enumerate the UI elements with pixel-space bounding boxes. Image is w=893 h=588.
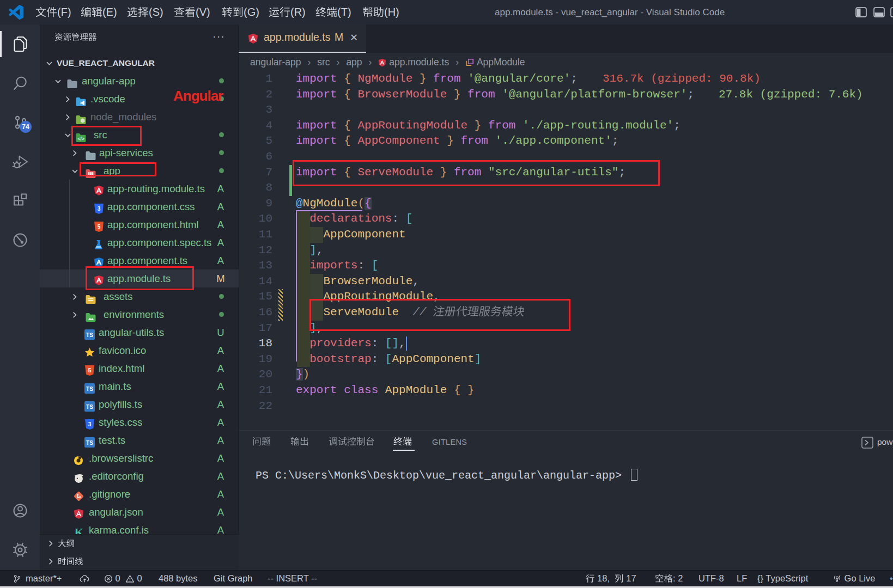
svg-text:TS: TS [86,440,93,446]
svg-text:5: 5 [88,367,92,373]
svg-text:TS: TS [86,386,93,392]
svg-text:3: 3 [98,206,101,212]
svg-text:TS: TS [86,332,93,338]
svg-text:TS: TS [86,404,93,410]
svg-text:3: 3 [88,421,92,427]
svg-text:5: 5 [98,224,101,230]
